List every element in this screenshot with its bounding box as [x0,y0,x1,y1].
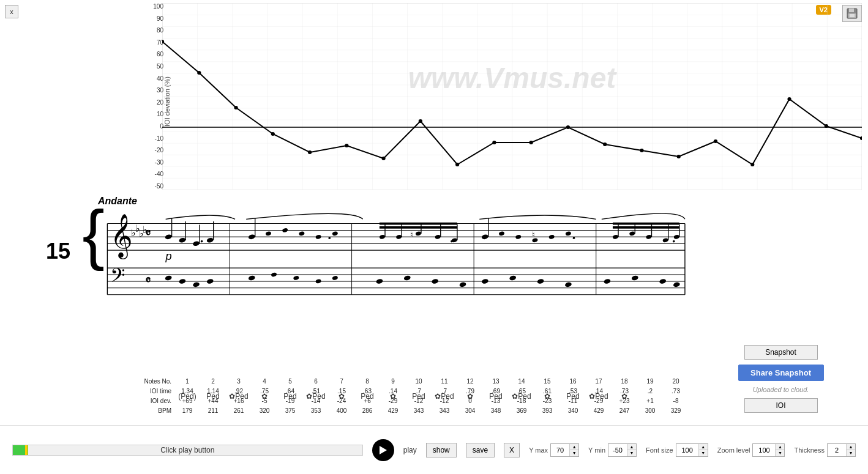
y-min-up[interactable]: ▲ [627,444,636,450]
thickness-input[interactable] [828,444,846,456]
save-button[interactable]: save [466,443,495,457]
svg-point-116 [631,275,638,281]
svg-point-60 [248,234,255,240]
font-size-down[interactable]: ▼ [699,450,708,456]
ioi-time-row: 1.34 1.14 .92 .75 .64 .51 .15 .63 .14 .7… [174,387,689,396]
svg-text:♭: ♭ [143,224,148,235]
close-button[interactable]: x [5,5,18,18]
svg-text:♮: ♮ [532,231,535,239]
svg-point-64 [299,231,305,236]
font-size-input[interactable] [676,444,698,456]
notes-label: Notes No. [135,377,174,387]
data-table: Notes No. 1 2 3 4 5 6 7 8 9 10 11 12 13 … [135,377,690,416]
svg-text:♮: ♮ [410,231,413,239]
svg-point-109 [431,278,438,284]
play-icon [380,446,387,454]
svg-point-107 [376,278,383,284]
svg-point-88 [481,234,488,240]
svg-point-80 [395,234,402,239]
svg-point-52 [165,234,172,240]
progress-marker [25,445,28,455]
show-button[interactable]: show [426,443,457,457]
svg-text:𝄢: 𝄢 [110,265,125,291]
svg-point-7 [197,71,201,75]
y-min-input[interactable] [608,444,627,456]
zoom-level-input[interactable] [753,444,775,456]
font-size-spinner[interactable]: ▲ ▼ [676,443,708,457]
tempo-marking: Andante [98,196,137,207]
y-min-down[interactable]: ▼ [627,450,636,456]
zoom-level-down[interactable]: ▼ [776,450,784,456]
y-max-input[interactable] [551,444,569,456]
ioi-dev-row: +69 +44 +16 -5 -19 -14 -24 +6 -29 -12 -1… [174,396,689,406]
notes-row: 1 2 3 4 5 6 7 8 9 10 11 12 13 14 15 16 1… [174,377,689,387]
svg-point-119 [201,240,203,243]
svg-point-118 [673,281,680,287]
progress-label: Click play button [160,446,214,454]
svg-point-66 [332,231,338,236]
zoom-level-label: Zoom level [717,446,750,454]
thickness-spinner[interactable]: ▲ ▼ [827,443,856,457]
font-size-up[interactable]: ▲ [699,444,708,450]
play-label: play [403,446,417,454]
score-area: Andante { 𝄞 𝄢 [80,190,690,361]
share-snapshot-button[interactable]: Share Snapshot [738,365,824,381]
svg-marker-126 [380,446,387,454]
svg-text:𝄴: 𝄴 [145,273,151,287]
bottom-bar: Click play button play show save X Y max… [0,425,868,474]
svg-point-69 [192,281,200,287]
close-bottom-button[interactable]: X [504,443,520,457]
svg-point-120 [328,237,331,239]
y-min-control: Y min ▲ ▼ [588,443,637,457]
svg-point-62 [265,231,271,236]
svg-point-93 [548,234,555,239]
svg-point-63 [282,228,288,232]
uploaded-status: Uploaded to cloud. [753,386,809,393]
svg-point-101 [646,234,652,239]
svg-point-54 [179,237,186,243]
play-button[interactable] [372,439,394,461]
svg-point-65 [315,234,321,239]
svg-point-75 [332,275,338,280]
svg-point-121 [451,240,453,243]
svg-point-113 [537,278,544,284]
svg-point-99 [629,231,635,236]
svg-point-58 [206,237,214,243]
snapshot-button[interactable]: Snapshot [744,345,818,360]
svg-point-13 [419,119,422,123]
svg-point-112 [509,275,516,281]
svg-point-12 [381,157,385,160]
svg-point-78 [379,234,385,239]
svg-point-67 [165,275,172,281]
svg-point-103 [662,238,668,243]
svg-point-73 [293,275,299,280]
svg-point-114 [564,281,572,287]
svg-point-8 [234,106,238,109]
svg-point-70 [206,278,214,284]
svg-point-9 [271,132,275,136]
thickness-up[interactable]: ▲ [847,444,855,450]
zoom-level-up[interactable]: ▲ [776,444,784,450]
y-max-up[interactable]: ▲ [570,444,578,450]
music-score-svg: { 𝄞 𝄢 𝄴 𝄴 ♭ [80,190,690,324]
y-max-down[interactable]: ▼ [570,450,578,456]
svg-point-72 [271,272,277,277]
svg-point-110 [459,281,466,287]
svg-text:𝄞: 𝄞 [110,214,133,260]
svg-point-20 [677,155,681,158]
zoom-level-spinner[interactable]: ▲ ▼ [752,443,785,457]
y-max-control: Y max ▲ ▼ [529,443,579,457]
thickness-down[interactable]: ▼ [847,450,855,456]
y-max-label: Y max [529,446,548,454]
ioi-button[interactable]: IOI [744,398,818,413]
svg-point-94 [565,231,571,236]
svg-point-71 [248,275,255,281]
bpm-row: 179 211 261 320 375 353 400 286 429 343 … [174,406,689,416]
svg-point-123 [673,240,675,243]
progress-track[interactable]: Click play button [12,445,363,456]
svg-point-111 [481,278,488,284]
y-max-spinner[interactable]: ▲ ▼ [550,443,579,457]
svg-point-56 [192,240,200,246]
y-min-spinner[interactable]: ▲ ▼ [608,443,637,457]
bpm-label: BPM [135,406,174,416]
